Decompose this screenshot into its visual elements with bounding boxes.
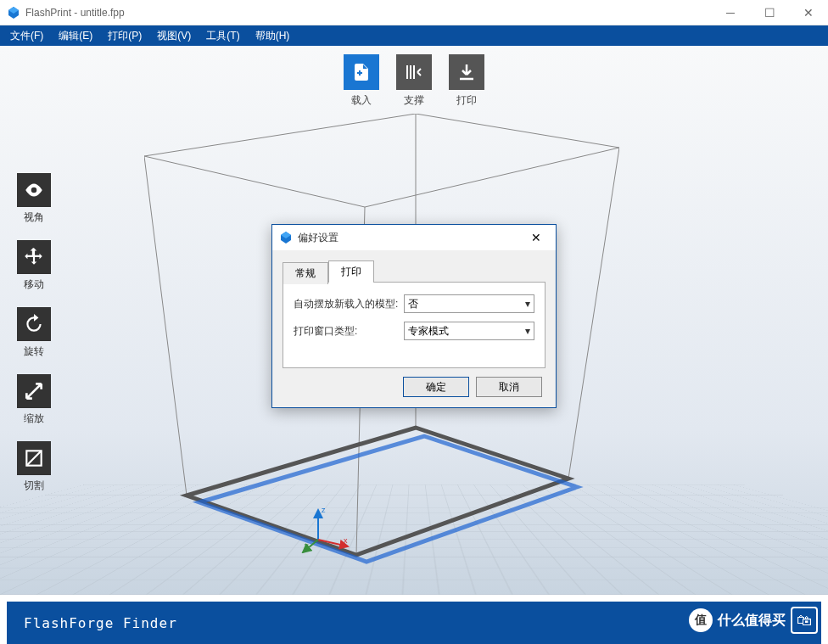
window-type-row: 打印窗口类型: 专家模式 — [294, 322, 534, 340]
tab-general[interactable]: 常规 — [283, 262, 328, 284]
window-title: FlashPrint - untitle.fpp — [25, 7, 821, 19]
window-controls: ─ ☐ ✕ — [711, 0, 828, 25]
tab-strip: 常规 打印 — [283, 260, 545, 283]
menu-view[interactable]: 视图(V) — [157, 29, 191, 43]
window-type-select[interactable]: 专家模式 — [404, 322, 534, 340]
printer-name: FlashForge Finder — [24, 615, 804, 631]
maximize-button[interactable]: ☐ — [750, 0, 789, 25]
auto-place-label: 自动摆放新载入的模型: — [294, 297, 404, 311]
auto-place-value: 否 — [408, 297, 418, 311]
menubar: 文件(F) 编辑(E) 打印(P) 视图(V) 工具(T) 帮助(H) — [0, 25, 828, 46]
dialog-titlebar[interactable]: 偏好设置 ✕ — [272, 225, 556, 250]
menu-file[interactable]: 文件(F) — [10, 29, 43, 43]
watermark: 值 什么值得买 🛍 — [689, 607, 818, 634]
app-icon — [7, 6, 20, 20]
auto-place-row: 自动摆放新载入的模型: 否 — [294, 294, 534, 313]
dialog-close-button[interactable]: ✕ — [523, 226, 549, 249]
tab-content: 自动摆放新载入的模型: 否 打印窗口类型: 专家模式 — [283, 282, 545, 368]
window-type-label: 打印窗口类型: — [294, 324, 404, 339]
auto-place-select[interactable]: 否 — [404, 294, 534, 313]
menu-print[interactable]: 打印(P) — [108, 29, 142, 43]
ok-button[interactable]: 确定 — [403, 377, 469, 397]
menu-tools[interactable]: 工具(T) — [206, 29, 239, 43]
minimize-button[interactable]: ─ — [711, 0, 750, 25]
menu-help[interactable]: 帮助(H) — [255, 29, 290, 43]
dialog-title: 偏好设置 — [298, 231, 523, 245]
watermark-badge-icon: 值 — [689, 608, 713, 632]
watermark-text: 什么值得买 — [718, 612, 786, 630]
dialog-body: 常规 打印 自动摆放新载入的模型: 否 打印窗口类型: 专家模式 — [272, 250, 556, 407]
window-type-value: 专家模式 — [408, 324, 449, 339]
dialog-overlay: 偏好设置 ✕ 常规 打印 自动摆放新载入的模型: 否 打印窗口类型: 专家模式 — [0, 46, 828, 595]
dialog-app-icon — [279, 231, 293, 244]
menu-edit[interactable]: 编辑(E) — [59, 29, 92, 43]
cancel-button[interactable]: 取消 — [476, 377, 542, 397]
window-titlebar: FlashPrint - untitle.fpp ─ ☐ ✕ — [0, 0, 828, 25]
tab-print[interactable]: 打印 — [328, 260, 374, 283]
watermark-shop-icon: 🛍 — [791, 607, 818, 634]
preferences-dialog: 偏好设置 ✕ 常规 打印 自动摆放新载入的模型: 否 打印窗口类型: 专家模式 — [271, 224, 557, 408]
close-button[interactable]: ✕ — [789, 0, 828, 25]
dialog-buttons: 确定 取消 — [283, 368, 545, 400]
